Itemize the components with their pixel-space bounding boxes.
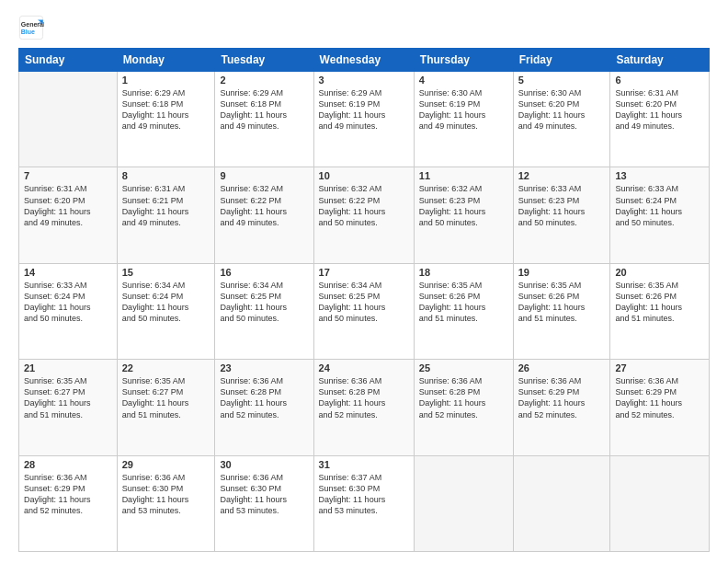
day-info: Sunrise: 6:32 AM Sunset: 6:22 PM Dayligh…: [319, 183, 409, 228]
day-info: Sunrise: 6:34 AM Sunset: 6:25 PM Dayligh…: [220, 280, 308, 325]
day-number: 23: [220, 362, 308, 373]
day-info: Sunrise: 6:36 AM Sunset: 6:30 PM Dayligh…: [122, 472, 210, 517]
day-number: 21: [24, 362, 112, 373]
weekday-thursday: Thursday: [414, 49, 513, 72]
day-number: 12: [518, 170, 606, 181]
day-cell: 29Sunrise: 6:36 AM Sunset: 6:30 PM Dayli…: [117, 455, 215, 551]
week-row-2: 7Sunrise: 6:31 AM Sunset: 6:20 PM Daylig…: [19, 167, 710, 263]
day-info: Sunrise: 6:35 AM Sunset: 6:27 PM Dayligh…: [122, 375, 210, 420]
day-number: 28: [24, 459, 112, 470]
day-info: Sunrise: 6:36 AM Sunset: 6:30 PM Dayligh…: [220, 472, 308, 517]
logo: General Blue: [18, 15, 44, 40]
day-info: Sunrise: 6:33 AM Sunset: 6:24 PM Dayligh…: [24, 280, 112, 325]
day-cell: 13Sunrise: 6:33 AM Sunset: 6:24 PM Dayli…: [610, 167, 710, 263]
page: General Blue SundayMondayTuesdayWednesda…: [0, 0, 728, 563]
day-number: 11: [419, 170, 508, 181]
day-info: Sunrise: 6:33 AM Sunset: 6:24 PM Dayligh…: [615, 183, 704, 228]
day-info: Sunrise: 6:35 AM Sunset: 6:26 PM Dayligh…: [615, 280, 704, 325]
day-cell: 22Sunrise: 6:35 AM Sunset: 6:27 PM Dayli…: [117, 360, 215, 455]
day-cell: 6Sunrise: 6:31 AM Sunset: 6:20 PM Daylig…: [610, 72, 710, 167]
svg-rect-0: [19, 16, 42, 39]
day-info: Sunrise: 6:30 AM Sunset: 6:19 PM Dayligh…: [419, 87, 508, 132]
weekday-saturday: Saturday: [610, 49, 710, 72]
header: General Blue: [18, 15, 710, 40]
day-cell: 25Sunrise: 6:36 AM Sunset: 6:28 PM Dayli…: [414, 360, 513, 455]
day-number: 30: [220, 459, 308, 470]
day-info: Sunrise: 6:36 AM Sunset: 6:29 PM Dayligh…: [24, 472, 112, 517]
week-row-4: 21Sunrise: 6:35 AM Sunset: 6:27 PM Dayli…: [19, 360, 710, 455]
day-number: 16: [220, 267, 308, 278]
day-cell: 1Sunrise: 6:29 AM Sunset: 6:18 PM Daylig…: [117, 72, 215, 167]
day-info: Sunrise: 6:36 AM Sunset: 6:28 PM Dayligh…: [220, 375, 308, 420]
week-row-5: 28Sunrise: 6:36 AM Sunset: 6:29 PM Dayli…: [19, 455, 710, 551]
day-cell: 15Sunrise: 6:34 AM Sunset: 6:24 PM Dayli…: [117, 263, 215, 359]
weekday-sunday: Sunday: [19, 49, 118, 72]
day-info: Sunrise: 6:34 AM Sunset: 6:25 PM Dayligh…: [319, 280, 409, 325]
day-cell: 27Sunrise: 6:36 AM Sunset: 6:29 PM Dayli…: [610, 360, 710, 455]
day-number: 10: [319, 170, 409, 181]
day-cell: 28Sunrise: 6:36 AM Sunset: 6:29 PM Dayli…: [19, 455, 118, 551]
day-info: Sunrise: 6:36 AM Sunset: 6:29 PM Dayligh…: [615, 375, 704, 420]
day-info: Sunrise: 6:31 AM Sunset: 6:20 PM Dayligh…: [24, 183, 112, 228]
day-cell: 21Sunrise: 6:35 AM Sunset: 6:27 PM Dayli…: [19, 360, 118, 455]
weekday-monday: Monday: [117, 49, 215, 72]
day-cell: [513, 455, 610, 551]
svg-text:Blue: Blue: [21, 29, 35, 35]
day-cell: 14Sunrise: 6:33 AM Sunset: 6:24 PM Dayli…: [19, 263, 118, 359]
day-number: 3: [319, 75, 409, 86]
weekday-wednesday: Wednesday: [313, 49, 414, 72]
day-number: 5: [518, 75, 606, 86]
day-info: Sunrise: 6:36 AM Sunset: 6:28 PM Dayligh…: [319, 375, 409, 420]
day-number: 15: [122, 267, 210, 278]
day-cell: 9Sunrise: 6:32 AM Sunset: 6:22 PM Daylig…: [215, 167, 313, 263]
weekday-friday: Friday: [513, 49, 610, 72]
day-cell: 4Sunrise: 6:30 AM Sunset: 6:19 PM Daylig…: [414, 72, 513, 167]
weekday-tuesday: Tuesday: [215, 49, 313, 72]
day-number: 18: [419, 267, 508, 278]
day-number: 27: [615, 362, 704, 373]
day-cell: 8Sunrise: 6:31 AM Sunset: 6:21 PM Daylig…: [117, 167, 215, 263]
day-cell: 7Sunrise: 6:31 AM Sunset: 6:20 PM Daylig…: [19, 167, 118, 263]
day-number: 26: [518, 362, 606, 373]
day-info: Sunrise: 6:30 AM Sunset: 6:20 PM Dayligh…: [518, 87, 606, 132]
day-cell: 24Sunrise: 6:36 AM Sunset: 6:28 PM Dayli…: [313, 360, 414, 455]
day-cell: 10Sunrise: 6:32 AM Sunset: 6:22 PM Dayli…: [313, 167, 414, 263]
calendar-table: SundayMondayTuesdayWednesdayThursdayFrid…: [18, 48, 710, 552]
day-info: Sunrise: 6:34 AM Sunset: 6:24 PM Dayligh…: [122, 280, 210, 325]
day-number: 9: [220, 170, 308, 181]
day-number: 29: [122, 459, 210, 470]
day-info: Sunrise: 6:29 AM Sunset: 6:19 PM Dayligh…: [319, 87, 409, 132]
day-number: 7: [24, 170, 112, 181]
day-number: 2: [220, 75, 308, 86]
day-number: 4: [419, 75, 508, 86]
day-cell: 31Sunrise: 6:37 AM Sunset: 6:30 PM Dayli…: [313, 455, 414, 551]
day-number: 22: [122, 362, 210, 373]
day-info: Sunrise: 6:32 AM Sunset: 6:22 PM Dayligh…: [220, 183, 308, 228]
day-cell: 12Sunrise: 6:33 AM Sunset: 6:23 PM Dayli…: [513, 167, 610, 263]
day-number: 14: [24, 267, 112, 278]
day-cell: 5Sunrise: 6:30 AM Sunset: 6:20 PM Daylig…: [513, 72, 610, 167]
day-info: Sunrise: 6:33 AM Sunset: 6:23 PM Dayligh…: [518, 183, 606, 228]
day-info: Sunrise: 6:32 AM Sunset: 6:23 PM Dayligh…: [419, 183, 508, 228]
day-info: Sunrise: 6:35 AM Sunset: 6:26 PM Dayligh…: [518, 280, 606, 325]
day-info: Sunrise: 6:35 AM Sunset: 6:27 PM Dayligh…: [24, 375, 112, 420]
day-number: 1: [122, 75, 210, 86]
day-number: 20: [615, 267, 704, 278]
day-cell: 3Sunrise: 6:29 AM Sunset: 6:19 PM Daylig…: [313, 72, 414, 167]
day-info: Sunrise: 6:29 AM Sunset: 6:18 PM Dayligh…: [122, 87, 210, 132]
day-number: 31: [319, 459, 409, 470]
day-info: Sunrise: 6:37 AM Sunset: 6:30 PM Dayligh…: [319, 472, 409, 517]
day-info: Sunrise: 6:29 AM Sunset: 6:18 PM Dayligh…: [220, 87, 308, 132]
day-cell: [610, 455, 710, 551]
day-cell: 11Sunrise: 6:32 AM Sunset: 6:23 PM Dayli…: [414, 167, 513, 263]
day-number: 13: [615, 170, 704, 181]
day-cell: 16Sunrise: 6:34 AM Sunset: 6:25 PM Dayli…: [215, 263, 313, 359]
weekday-header-row: SundayMondayTuesdayWednesdayThursdayFrid…: [19, 49, 710, 72]
day-info: Sunrise: 6:31 AM Sunset: 6:21 PM Dayligh…: [122, 183, 210, 228]
day-cell: [414, 455, 513, 551]
day-info: Sunrise: 6:31 AM Sunset: 6:20 PM Dayligh…: [615, 87, 704, 132]
day-cell: 2Sunrise: 6:29 AM Sunset: 6:18 PM Daylig…: [215, 72, 313, 167]
day-number: 24: [319, 362, 409, 373]
day-cell: 30Sunrise: 6:36 AM Sunset: 6:30 PM Dayli…: [215, 455, 313, 551]
day-number: 8: [122, 170, 210, 181]
